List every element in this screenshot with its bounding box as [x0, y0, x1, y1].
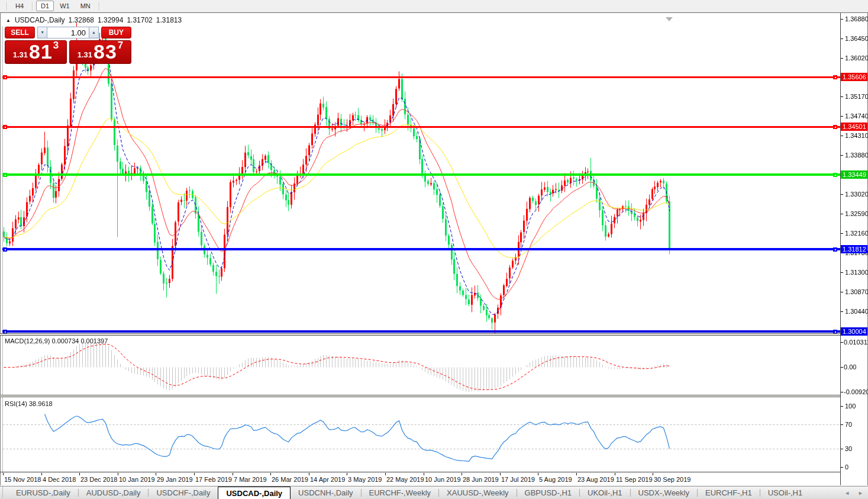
level-handle[interactable]	[3, 75, 7, 79]
price-level-badge: 1.35606	[841, 73, 867, 81]
date-tick-label: 23 Dec 2018	[80, 476, 117, 483]
rsi-pane-bottom-border	[0, 472, 841, 472]
price-tick-label: 1.32160	[845, 229, 868, 237]
macd-axis-label: 0.00	[844, 363, 856, 371]
price-axis[interactable]: 1.368801.364501.360201.351701.347401.343…	[841, 13, 867, 485]
chart-symbol-period: USDCAD-,Daily	[15, 16, 65, 24]
date-tick-mark	[462, 473, 462, 475]
horizontal-level-line-1.31812[interactable]	[2, 248, 840, 250]
chart-surface[interactable]	[2, 14, 840, 472]
date-tick-label: 22 May 2019	[386, 476, 424, 483]
horizontal-level-line-1.30004[interactable]	[2, 330, 840, 333]
date-tick-mark	[500, 473, 501, 475]
horizontal-level-line-1.34501[interactable]	[2, 126, 840, 128]
price-level-badge: 1.34501	[841, 123, 867, 131]
macd-axis-label: 0.010311	[844, 338, 868, 346]
price-tick-label: 1.34310	[845, 131, 868, 140]
date-tick-label: 10 Jun 2019	[425, 476, 461, 483]
rsi-name: RSI(14)	[5, 400, 27, 407]
one-click-trading-panel: SELL ▼ ▲ BUY 1.31813 1.31837	[5, 27, 131, 64]
chart-shift-marker-icon[interactable]	[666, 17, 673, 21]
level-handle[interactable]	[833, 125, 837, 129]
time-axis[interactable]: 15 Nov 20184 Dec 201823 Dec 201810 Jan 2…	[1, 473, 840, 485]
chart-tab-usdchf-daily[interactable]: USDCHF-,Daily	[149, 487, 218, 499]
sell-price-prefix: 1.31	[13, 50, 28, 59]
date-tick-mark	[270, 473, 271, 475]
chart-title: ▲USDCAD-,Daily1.328681.329941.317021.318…	[6, 16, 182, 24]
toolbar-separator	[99, 2, 99, 11]
chart-tab-ukoil-h1[interactable]: UKOil-,H1	[580, 487, 630, 499]
chart-tab-bar: EURUSD-,DailyAUDUSD-,DailyUSDCHF-,DailyU…	[0, 486, 868, 499]
price-tick-label: 1.33880	[845, 151, 868, 159]
collapse-arrow-icon[interactable]: ▲	[6, 18, 11, 23]
buy-price-box[interactable]: 1.31837	[69, 40, 131, 64]
buy-button[interactable]: BUY	[101, 27, 131, 38]
rsi-tick-mark	[841, 406, 843, 407]
price-tick-mark	[841, 311, 843, 312]
price-tick-mark	[841, 155, 843, 156]
rsi-tick-mark	[841, 424, 843, 425]
chart-tab-usdcnh-daily[interactable]: USDCNH-,Daily	[291, 487, 360, 499]
price-tick-mark	[841, 194, 843, 195]
price-tick-label: 1.34740	[845, 112, 868, 120]
chart-tab-usdcad-daily[interactable]: USDCAD-,Daily	[218, 487, 291, 499]
rsi-pane-splitter[interactable]	[0, 395, 841, 397]
chart-tab-eurchf-h1[interactable]: EURCHF-,H1	[698, 487, 760, 499]
rsi-tick-mark	[841, 467, 843, 468]
timeframe-button-mn[interactable]: MN	[76, 1, 95, 11]
ohlc-open: 1.32868	[69, 16, 94, 24]
tab-scroll-left-icon[interactable]: ◄	[844, 490, 850, 496]
chart-tab-eurchf-weekly[interactable]: EURCHF-,Weekly	[362, 487, 439, 499]
horizontal-level-line-1.33449[interactable]	[2, 173, 840, 176]
price-tick-mark	[841, 96, 843, 97]
price-tick-mark	[841, 19, 843, 20]
horizontal-level-line-1.35606[interactable]	[2, 76, 840, 78]
ohlc-high: 1.32994	[98, 16, 123, 24]
date-tick-label: 30 Sep 2019	[654, 476, 690, 483]
volume-decrease-button[interactable]: ▼	[37, 27, 47, 38]
rsi-axis-label: 100	[845, 402, 856, 410]
price-tick-mark	[841, 292, 843, 292]
chart-tab-audusd-daily[interactable]: AUDUSD-,Daily	[79, 487, 149, 499]
chart-tab-gbpusd-h1[interactable]: GBPUSD-,H1	[517, 487, 579, 499]
chart-tab-usdx-weekly[interactable]: USDX-,Weekly	[631, 487, 697, 499]
toolbar-separator	[32, 2, 33, 11]
date-tick-label: 10 Jan 2019	[119, 476, 155, 483]
volume-increase-button[interactable]: ▲	[89, 27, 99, 38]
price-tick-mark	[841, 233, 843, 234]
buy-price-prefix: 1.31	[78, 50, 92, 59]
date-tick-mark	[347, 473, 347, 475]
date-tick-mark	[424, 473, 424, 475]
macd-main-value: 0.000734	[51, 337, 79, 345]
level-handle[interactable]	[3, 173, 7, 177]
volume-input[interactable]	[47, 27, 89, 38]
macd-axis-label: -0.009203	[844, 388, 868, 396]
rsi-axis-label: 70	[845, 420, 852, 429]
rsi-axis-label: 30	[845, 445, 852, 453]
chart-tab-xauusd-weekly[interactable]: XAUUSD-,Weekly	[439, 487, 517, 499]
macd-pane-splitter[interactable]	[0, 333, 841, 336]
level-handle[interactable]	[833, 75, 837, 79]
timeframe-button-w1[interactable]: W1	[55, 1, 75, 11]
date-tick-mark	[194, 473, 195, 475]
timeframe-toolbar: H4D1W1MN	[0, 0, 868, 12]
chart-tab-usoil-h1[interactable]: USOil-,H1	[760, 487, 811, 499]
level-handle[interactable]	[833, 247, 837, 252]
tab-scroll-right-icon[interactable]: ►	[858, 490, 863, 496]
rsi-axis-label: 0	[845, 463, 848, 471]
timeframe-button-d1[interactable]: D1	[36, 1, 54, 11]
date-tick-label: 23 Aug 2019	[577, 476, 614, 483]
macd-label: MACD(12,26,9) 0.000734 0.001397	[5, 337, 108, 345]
sell-button[interactable]: SELL	[5, 27, 35, 38]
date-tick-label: 7 Mar 2019	[234, 476, 267, 483]
level-handle[interactable]	[3, 125, 7, 129]
date-tick-mark	[41, 473, 42, 475]
date-tick-mark	[3, 473, 4, 475]
level-handle[interactable]	[833, 173, 837, 177]
sell-price-box[interactable]: 1.31813	[5, 40, 67, 64]
chart-tab-eurusd-daily[interactable]: EURUSD-,Daily	[8, 487, 78, 499]
date-tick-label: 11 Sep 2019	[616, 476, 653, 483]
toolbar-separator	[7, 2, 7, 11]
timeframe-button-h4[interactable]: H4	[11, 1, 28, 11]
level-handle[interactable]	[3, 247, 7, 252]
